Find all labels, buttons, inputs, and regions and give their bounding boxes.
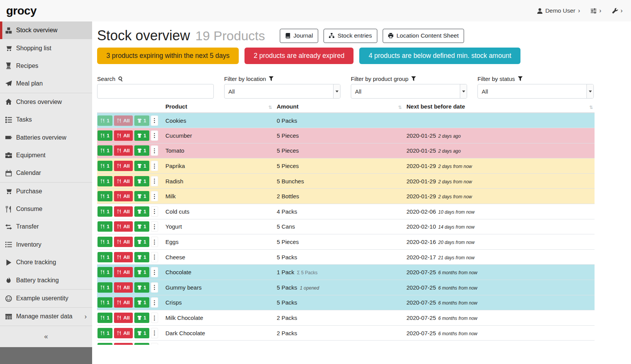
stock-entries-button[interactable]: Stock entries xyxy=(324,29,377,43)
sidebar-item-inventory[interactable]: Inventory xyxy=(0,236,92,254)
product-column-header[interactable]: Product ⇅ xyxy=(162,102,274,113)
open-product-button[interactable]: 1 xyxy=(134,161,149,171)
sidebar-item-batteries-overview[interactable]: Batteries overview xyxy=(0,128,92,146)
consume-all-button[interactable]: All xyxy=(114,145,133,156)
consume-all-button[interactable]: All xyxy=(114,313,133,323)
row-menu-button[interactable]: ⋮ xyxy=(151,343,158,345)
consume-one-button[interactable]: 1 xyxy=(97,145,112,156)
open-product-button[interactable]: 1 xyxy=(134,145,149,156)
row-menu-button[interactable]: ⋮ xyxy=(151,282,158,293)
sidebar-item-meal-plan[interactable]: Meal plan xyxy=(0,75,92,92)
consume-one-button[interactable]: 1 xyxy=(97,237,112,247)
consume-one-button[interactable]: 1 xyxy=(97,282,112,293)
row-menu-button[interactable]: ⋮ xyxy=(151,297,158,308)
consume-all-button[interactable]: All xyxy=(114,343,133,345)
sidebar-item-example-userentity[interactable]: Example userentity xyxy=(0,290,92,307)
sidebar-item-chore-tracking[interactable]: Chore tracking xyxy=(0,254,92,271)
expiring-products-banner[interactable]: 3 products expiring within the next 5 da… xyxy=(97,48,239,64)
sidebar-item-chores-overview[interactable]: Chores overview xyxy=(0,93,92,111)
sidebar-item-stock-overview[interactable]: Stock overview xyxy=(0,21,92,39)
open-product-button[interactable]: 1 xyxy=(134,297,149,308)
sidebar-item-shopping-list[interactable]: Shopping list xyxy=(0,39,92,57)
row-menu-button[interactable]: ⋮ xyxy=(151,130,158,141)
product-group-filter-select[interactable]: All xyxy=(351,84,467,99)
open-product-button[interactable]: 1 xyxy=(134,130,149,141)
consume-all-button[interactable]: All xyxy=(114,252,133,262)
expired-products-banner[interactable]: 2 products are already expired xyxy=(244,48,353,64)
open-product-button[interactable]: 1 xyxy=(134,237,149,247)
sidebar-item-calendar[interactable]: Calendar xyxy=(0,164,92,182)
status-filter-select[interactable]: All xyxy=(477,84,594,99)
open-product-button[interactable]: 1 xyxy=(134,267,149,277)
consume-one-button[interactable]: 1 xyxy=(97,313,112,323)
open-product-button[interactable]: 1 xyxy=(134,176,149,186)
sidebar-item-equipment[interactable]: Equipment xyxy=(0,147,92,164)
consume-one-button[interactable]: 1 xyxy=(97,328,112,338)
open-product-button[interactable]: 1 xyxy=(134,343,149,345)
open-product-button[interactable]: 1 xyxy=(134,115,149,126)
open-product-button[interactable]: 1 xyxy=(134,252,149,262)
sidebar-collapse-button[interactable]: « xyxy=(0,326,92,347)
row-menu-button[interactable]: ⋮ xyxy=(151,313,158,323)
consume-all-button[interactable]: All xyxy=(114,191,133,201)
best-before-column-header[interactable]: Next best before date ⇅ xyxy=(403,102,595,113)
consume-one-button[interactable]: 1 xyxy=(97,252,112,262)
user-menu[interactable]: Demo User › xyxy=(537,7,580,14)
open-product-button[interactable]: 1 xyxy=(134,206,149,217)
sidebar-item-transfer[interactable]: Transfer xyxy=(0,218,92,236)
open-product-button[interactable]: 1 xyxy=(134,313,149,323)
consume-one-button[interactable]: 1 xyxy=(97,221,112,232)
open-product-button[interactable]: 1 xyxy=(134,328,149,338)
row-menu-button[interactable]: ⋮ xyxy=(151,191,158,201)
consume-one-button[interactable]: 1 xyxy=(97,297,112,308)
consume-all-button[interactable]: All xyxy=(114,328,133,338)
consume-all-button[interactable]: All xyxy=(114,176,133,186)
row-menu-button[interactable]: ⋮ xyxy=(151,328,158,338)
sidebar-item-consume[interactable]: Consume xyxy=(0,200,92,218)
location-filter-select[interactable]: All xyxy=(224,84,340,99)
settings-menu[interactable]: › xyxy=(591,8,601,14)
consume-one-button[interactable]: 1 xyxy=(97,176,112,186)
journal-button[interactable]: Journal xyxy=(280,29,319,43)
consume-all-button[interactable]: All xyxy=(114,130,133,141)
consume-all-button[interactable]: All xyxy=(114,282,133,293)
row-menu-button[interactable]: ⋮ xyxy=(151,161,158,171)
row-menu-button[interactable]: ⋮ xyxy=(151,221,158,232)
open-product-button[interactable]: 1 xyxy=(134,282,149,293)
sidebar-item-recipes[interactable]: Recipes xyxy=(0,57,92,75)
consume-one-button[interactable]: 1 xyxy=(97,161,112,171)
row-menu-button[interactable]: ⋮ xyxy=(151,237,158,247)
amount-column-header[interactable]: Amount ⇅ xyxy=(274,102,403,113)
consume-all-button[interactable]: All xyxy=(114,221,133,232)
consume-all-button[interactable]: All xyxy=(114,206,133,217)
row-menu-button[interactable]: ⋮ xyxy=(151,115,158,126)
consume-one-button[interactable]: 1 xyxy=(97,206,112,217)
admin-menu[interactable]: › xyxy=(612,8,623,14)
consume-one-button[interactable]: 1 xyxy=(97,115,112,126)
row-menu-button[interactable]: ⋮ xyxy=(151,206,158,217)
sidebar-item-battery-tracking[interactable]: Battery tracking xyxy=(0,271,92,289)
consume-one-button[interactable]: 1 xyxy=(97,191,112,201)
consume-one-button[interactable]: 1 xyxy=(97,343,112,345)
location-content-sheet-button[interactable]: Location Content Sheet xyxy=(383,29,464,43)
row-menu-button[interactable]: ⋮ xyxy=(151,267,158,277)
consume-all-button[interactable]: All xyxy=(114,297,133,308)
search-input[interactable] xyxy=(97,84,214,99)
consume-one-button[interactable]: 1 xyxy=(97,267,112,277)
consume-all-button[interactable]: All xyxy=(114,161,133,171)
row-menu-button[interactable]: ⋮ xyxy=(151,252,158,262)
consume-all-button[interactable]: All xyxy=(114,267,133,277)
row-menu-button[interactable]: ⋮ xyxy=(151,145,158,156)
app-logo[interactable]: grocy xyxy=(6,4,36,17)
consume-one-button[interactable]: 1 xyxy=(97,130,112,141)
consume-all-button[interactable]: All xyxy=(114,237,133,247)
open-product-button[interactable]: 1 xyxy=(134,191,149,201)
open-product-button[interactable]: 1 xyxy=(134,221,149,232)
consume-all-button[interactable]: All xyxy=(114,115,133,126)
row-menu-button[interactable]: ⋮ xyxy=(151,176,158,186)
sidebar-item-label: Transfer xyxy=(16,223,87,230)
sidebar-item-manage-master-data[interactable]: Manage master data› xyxy=(0,308,92,325)
sidebar-item-tasks[interactable]: Tasks xyxy=(0,111,92,128)
sidebar-item-purchase[interactable]: Purchase xyxy=(0,183,92,200)
below-min-stock-banner[interactable]: 4 products are below defined min. stock … xyxy=(359,48,520,64)
